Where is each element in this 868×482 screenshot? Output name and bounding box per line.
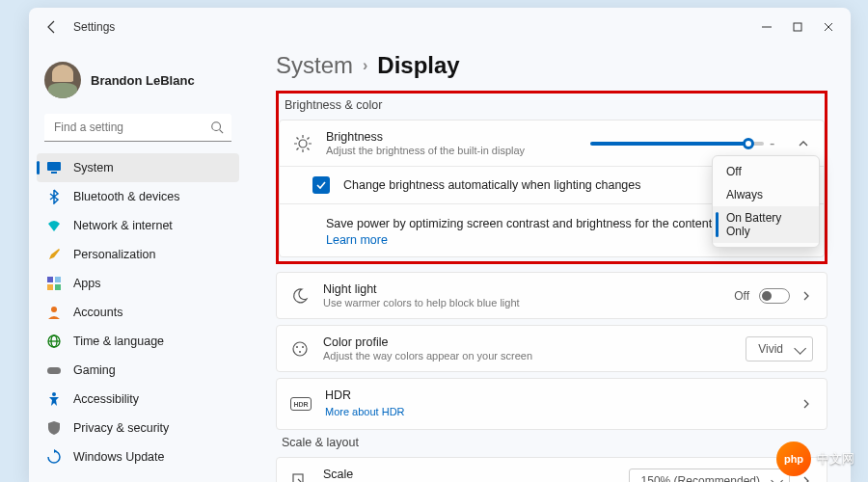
moon-icon xyxy=(290,286,310,306)
titlebar: Settings xyxy=(29,8,851,46)
color-profile-title: Color profile xyxy=(323,335,732,349)
nav-list: SystemBluetooth & devicesNetwork & inter… xyxy=(37,153,239,471)
svg-rect-7 xyxy=(51,172,57,174)
watermark-text: 中文网 xyxy=(817,450,854,468)
section-label-scale: Scale & layout xyxy=(282,436,827,449)
svg-rect-10 xyxy=(47,284,53,290)
auto-brightness-label: Change brightness automatically when lig… xyxy=(343,178,641,192)
dropdown-item[interactable]: Always xyxy=(713,183,819,206)
sun-icon xyxy=(293,134,312,153)
night-light-card: Night light Use warmer colors to help bl… xyxy=(276,272,827,319)
svg-rect-16 xyxy=(47,367,61,374)
svg-point-28 xyxy=(296,346,298,348)
highlight-annotation: Brightness & color Brightness Adjust the… xyxy=(276,91,827,264)
color-profile-select[interactable]: Vivid xyxy=(746,336,813,362)
night-light-toggle[interactable] xyxy=(759,288,790,304)
nav-label: Bluetooth & devices xyxy=(73,190,180,203)
brush-icon xyxy=(46,247,62,262)
shield-icon xyxy=(46,420,62,436)
search-input[interactable] xyxy=(44,114,231,142)
back-button[interactable] xyxy=(44,19,60,35)
chevron-right-icon: › xyxy=(363,57,367,74)
svg-point-18 xyxy=(299,140,307,147)
nav-label: Privacy & security xyxy=(73,421,169,435)
sidebar-item-personalization[interactable]: Personalization xyxy=(37,240,239,269)
sidebar-item-network[interactable]: Network & internet xyxy=(37,211,239,240)
sidebar-item-gaming[interactable]: Gaming xyxy=(37,356,239,385)
nav-label: Apps xyxy=(73,277,101,290)
hdr-icon: HDR xyxy=(290,397,312,411)
svg-point-12 xyxy=(51,307,57,312)
sidebar-item-accounts[interactable]: Accounts xyxy=(37,298,239,327)
apps-icon xyxy=(46,276,62,291)
hdr-link[interactable]: More about HDR xyxy=(325,406,405,417)
chevron-up-icon[interactable] xyxy=(797,137,810,150)
watermark: php 中文网 xyxy=(776,442,854,476)
checkbox-checked-icon[interactable] xyxy=(312,176,330,194)
chevron-right-icon[interactable] xyxy=(800,397,813,411)
night-light-row[interactable]: Night light Use warmer colors to help bl… xyxy=(277,273,827,318)
sidebar-item-accessibility[interactable]: Accessibility xyxy=(37,385,239,414)
svg-rect-11 xyxy=(55,284,61,290)
scale-title: Scale xyxy=(323,468,615,481)
search-icon xyxy=(210,120,224,134)
hdr-row[interactable]: HDR HDR More about HDR xyxy=(277,379,827,429)
svg-line-5 xyxy=(220,130,224,134)
update-icon xyxy=(46,449,62,465)
monitor-icon xyxy=(46,160,62,175)
close-button[interactable] xyxy=(822,20,835,34)
accessibility-icon xyxy=(46,391,62,407)
scale-row[interactable]: Scale Change the size of text, apps, and… xyxy=(277,458,827,482)
breadcrumb: System › Display xyxy=(276,52,827,79)
profile-name: Brandon LeBlanc xyxy=(91,73,195,88)
sidebar-item-privacy[interactable]: Privacy & security xyxy=(37,414,239,442)
night-light-title: Night light xyxy=(323,282,720,296)
svg-rect-9 xyxy=(55,277,61,282)
svg-line-25 xyxy=(297,147,299,149)
night-light-value: Off xyxy=(734,289,749,303)
scale-card: Scale Change the size of text, apps, and… xyxy=(276,457,827,482)
brightness-sub: Adjust the brightness of the built-in di… xyxy=(326,145,577,156)
globe-icon xyxy=(46,334,62,349)
brightness-row[interactable]: Brightness Adjust the brightness of the … xyxy=(280,120,824,166)
chevron-right-icon[interactable] xyxy=(800,289,813,303)
svg-point-27 xyxy=(293,342,307,356)
nav-label: System xyxy=(73,161,114,174)
nav-label: Personalization xyxy=(73,248,155,261)
dropdown-item[interactable]: Off xyxy=(713,160,819,183)
hdr-card: HDR HDR More about HDR xyxy=(276,378,827,430)
svg-rect-31 xyxy=(293,474,303,483)
dropdown-item[interactable]: On Battery Only xyxy=(713,206,819,243)
nav-label: Gaming xyxy=(73,363,116,377)
window-controls xyxy=(760,20,835,34)
sidebar-item-update[interactable]: Windows Update xyxy=(37,442,239,471)
color-profile-row[interactable]: Color profile Adjust the way colors appe… xyxy=(277,326,827,371)
scale-icon xyxy=(290,471,310,483)
svg-point-30 xyxy=(299,351,301,353)
sidebar-item-bluetooth[interactable]: Bluetooth & devices xyxy=(37,182,239,211)
sidebar-item-time[interactable]: Time & language xyxy=(37,327,239,356)
night-light-sub: Use warmer colors to help block blue lig… xyxy=(323,297,720,308)
svg-rect-6 xyxy=(47,162,61,171)
nav-label: Accessibility xyxy=(73,392,139,406)
nav-label: Windows Update xyxy=(73,450,165,464)
search-box xyxy=(44,114,231,142)
sidebar-item-system[interactable]: System xyxy=(37,153,239,182)
minimize-button[interactable] xyxy=(760,20,773,34)
sidebar-item-apps[interactable]: Apps xyxy=(37,269,239,298)
svg-rect-1 xyxy=(794,23,801,31)
avatar xyxy=(44,62,81,98)
brightness-slider[interactable]: - xyxy=(590,135,783,152)
brightness-card-group: Brightness Adjust the brightness of the … xyxy=(279,120,825,257)
maximize-button[interactable] xyxy=(791,20,804,34)
scale-select[interactable]: 150% (Recommended) xyxy=(629,469,790,483)
bluetooth-icon xyxy=(46,189,62,204)
breadcrumb-parent[interactable]: System xyxy=(276,52,353,79)
powersave-text: Save power by optimizing screen contrast… xyxy=(326,217,750,230)
svg-line-26 xyxy=(308,137,310,139)
profile-block[interactable]: Brandon LeBlanc xyxy=(37,56,239,112)
nav-label: Accounts xyxy=(73,306,122,319)
svg-point-4 xyxy=(212,122,221,131)
color-profile-sub: Adjust the way colors appear on your scr… xyxy=(323,350,732,362)
svg-line-24 xyxy=(308,147,310,149)
